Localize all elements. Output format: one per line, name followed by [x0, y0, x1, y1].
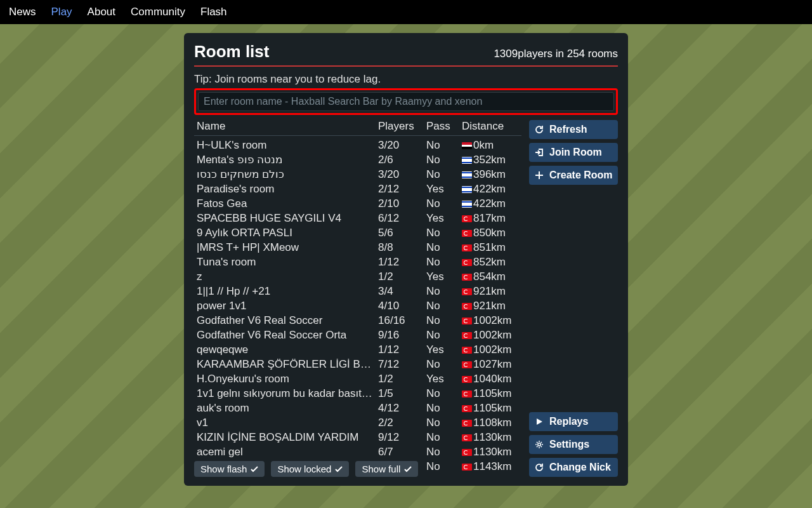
room-players: 1/12 [378, 342, 422, 357]
room-pass: Yes [426, 269, 458, 284]
flag-icon [462, 244, 472, 251]
room-name: auk's room [197, 401, 374, 415]
table-header: Name Players Pass Distance [194, 120, 521, 136]
room-distance: 396km [462, 167, 519, 182]
nav-about[interactable]: About [88, 6, 115, 18]
flag-icon [462, 142, 472, 149]
search-highlight [194, 88, 618, 115]
replays-button[interactable]: Replays [529, 412, 618, 431]
flag-icon [462, 405, 472, 412]
table-row[interactable]: 1||1 // Hp // +213/4No921km [194, 284, 521, 298]
room-distance: 921km [462, 284, 519, 298]
table-row[interactable]: qewqeqwe1/12Yes1002km [194, 342, 521, 357]
room-players: 2/12 [378, 182, 422, 196]
join-room-button[interactable]: Join Room [529, 143, 618, 162]
nav-news[interactable]: News [9, 6, 36, 18]
room-name: 9 Aylık ORTA PASLI [197, 225, 374, 240]
table-row[interactable]: 9 Aylık ORTA PASLI5/6No850km [194, 225, 521, 240]
room-pass: No [426, 225, 458, 240]
col-distance[interactable]: Distance [462, 120, 519, 133]
create-room-label: Create Room [549, 170, 613, 181]
room-players: 9/16 [378, 328, 422, 342]
change-nick-button[interactable]: Change Nick [529, 458, 618, 477]
flag-icon [462, 303, 472, 310]
show-full-label: Show full [362, 464, 400, 474]
change-nick-label: Change Nick [549, 462, 611, 473]
room-players: 6/12 [378, 211, 422, 225]
flag-icon [462, 347, 472, 354]
table-row[interactable]: H~ULK's room3/20No0km [194, 138, 521, 152]
flag-icon [462, 230, 472, 237]
player-room-stats: 1309players in 254 rooms [494, 48, 618, 60]
room-players: 4/10 [378, 298, 422, 313]
col-pass[interactable]: Pass [426, 120, 458, 133]
room-name: KARAAMBAR ŞÖFÖRLER LİGİ BAN YOK [197, 357, 374, 371]
show-flash-label: Show flash [200, 464, 247, 474]
flag-icon [462, 215, 472, 222]
table-row[interactable]: H.Onyekuru's room1/2Yes1040km [194, 371, 521, 386]
nav-play[interactable]: Play [51, 6, 72, 18]
show-flash-toggle[interactable]: Show flash [194, 461, 265, 477]
room-distance: 352km [462, 152, 519, 167]
col-name[interactable]: Name [197, 120, 374, 133]
room-distance: 817km [462, 211, 519, 225]
sidebar: Refresh Join Room Create Room [529, 120, 618, 477]
room-distance: 1105km [462, 401, 519, 415]
room-distance: 850km [462, 225, 519, 240]
table-row[interactable]: כולם משחקים כנסו3/20No396km [194, 167, 521, 182]
flag-icon [462, 391, 472, 398]
search-input[interactable] [198, 92, 614, 111]
settings-button[interactable]: Settings [529, 435, 618, 454]
table-row[interactable]: KIZIN İÇİNE BOŞALDIM YARDIM9/12No1130km [194, 430, 521, 444]
table-row[interactable]: |MRS T+ HP| XMeow8/8No851km [194, 240, 521, 255]
room-distance: 1108km [462, 415, 519, 430]
settings-label: Settings [549, 439, 589, 450]
room-distance: 1040km [462, 371, 519, 386]
refresh-button[interactable]: Refresh [529, 120, 618, 139]
table-row[interactable]: Fatos Gea2/10No422km [194, 196, 521, 211]
room-name: v1 [197, 415, 374, 430]
room-pass: No [426, 444, 458, 459]
room-distance: 1002km [462, 328, 519, 342]
room-distance: 1105km [462, 386, 519, 401]
room-players: 1/2 [378, 269, 422, 284]
table-row[interactable]: Tuna's room1/12No852km [194, 255, 521, 269]
room-name: 1v1 gelnı sıkıyorum bu kadar basıt hp [197, 386, 374, 401]
table-row[interactable]: 1v1 gelnı sıkıyorum bu kadar basıt hp1/5… [194, 386, 521, 401]
table-row[interactable]: Godfather V6 Real Soccer Orta9/16No1002k… [194, 328, 521, 342]
table-row[interactable]: Godfather V6 Real Soccer16/16No1002km [194, 313, 521, 328]
room-name: KIZIN İÇİNE BOŞALDIM YARDIM [197, 430, 374, 444]
flag-icon [462, 420, 472, 427]
table-row[interactable]: power 1v14/10No921km [194, 298, 521, 313]
table-row[interactable]: v12/2No1108km [194, 415, 521, 430]
room-players: 1/2 [378, 371, 422, 386]
room-players: 9/12 [378, 430, 422, 444]
room-players: 8/8 [378, 240, 422, 255]
room-distance: 0km [462, 138, 519, 152]
room-distance: 921km [462, 298, 519, 313]
room-pass: Yes [426, 182, 458, 196]
show-locked-toggle[interactable]: Show locked [271, 461, 349, 477]
top-nav: News Play About Community Flash [0, 0, 812, 24]
table-row[interactable]: acemi gel6/7No1130km [194, 444, 521, 459]
col-players[interactable]: Players [378, 120, 422, 133]
table-row[interactable]: Menta's מנטה פופ2/6No352km [194, 152, 521, 167]
room-list-panel: Room list 1309players in 254 rooms Tip: … [184, 33, 628, 486]
flag-icon [462, 201, 472, 208]
create-room-button[interactable]: Create Room [529, 166, 618, 185]
nav-flash[interactable]: Flash [200, 6, 227, 18]
sidebar-top-group: Refresh Join Room Create Room [529, 120, 618, 185]
room-players: 1/5 [378, 386, 422, 401]
table-row[interactable]: SPACEBB HUGE SAYGILI V46/12Yes817km [194, 211, 521, 225]
show-full-toggle[interactable]: Show full [355, 461, 418, 477]
table-row[interactable]: z1/2Yes854km [194, 269, 521, 284]
table-row[interactable]: Paradise's room2/12Yes422km [194, 182, 521, 196]
room-pass: No [426, 328, 458, 342]
room-distance: 1027km [462, 357, 519, 371]
table-row[interactable]: KARAAMBAR ŞÖFÖRLER LİGİ BAN YOK7/12No102… [194, 357, 521, 371]
room-distance: 422km [462, 196, 519, 211]
nav-community[interactable]: Community [131, 6, 185, 18]
table-row[interactable]: auk's room4/12No1105km [194, 401, 521, 415]
room-pass: No [426, 357, 458, 371]
room-pass: No [426, 138, 458, 152]
